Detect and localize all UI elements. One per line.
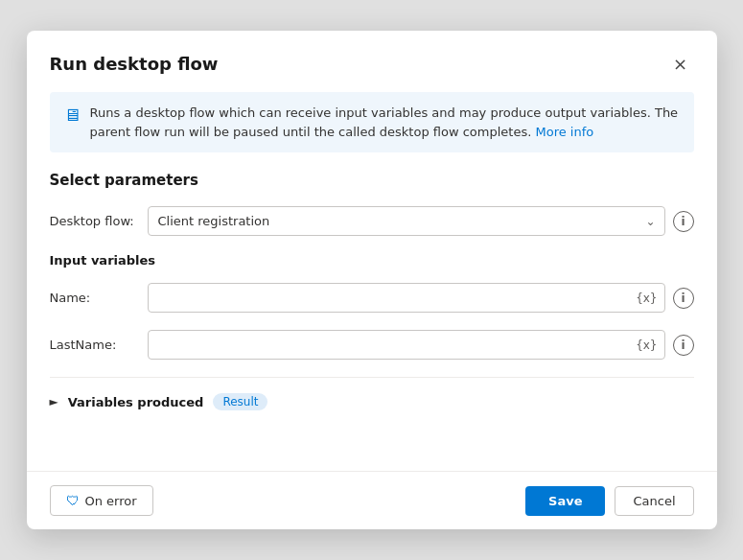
run-desktop-flow-dialog: Run desktop flow × 🖥 Runs a desktop flow… [27,31,717,529]
info-banner: 🖥 Runs a desktop flow which can receive … [50,92,694,152]
input-variables-label: Input variables [50,253,694,268]
close-button[interactable]: × [667,50,694,77]
dialog-body: Select parameters Desktop flow: Client r… [27,152,717,471]
footer-right: Save Cancel [525,486,693,516]
name-input-wrapper: {x} [148,283,665,313]
section-title: Select parameters [50,172,694,189]
name-label: Name: [50,291,136,305]
desktop-flow-control-wrapper: Client registration ⌄ i [148,206,694,236]
lastname-info-button[interactable]: i [673,335,694,356]
lastname-label: LastName: [50,338,136,352]
shield-icon: 🛡 [66,493,80,508]
cancel-button[interactable]: Cancel [615,486,693,516]
on-error-button[interactable]: 🛡 On error [50,485,153,516]
banner-text: Runs a desktop flow which can receive in… [90,104,681,141]
dialog-title: Run desktop flow [50,54,219,74]
save-button[interactable]: Save [525,486,605,516]
dialog-footer: 🛡 On error Save Cancel [27,471,717,529]
lastname-input-wrapper: {x} [148,330,665,360]
desktop-flow-label: Desktop flow: [50,214,136,228]
desktop-flow-row: Desktop flow: Client registration ⌄ i [50,206,694,236]
monitor-icon: 🖥 [63,105,81,125]
lastname-row: LastName: {x} i [50,330,694,360]
variables-produced-label: Variables produced [68,395,204,409]
dialog-header: Run desktop flow × [27,31,717,92]
name-row: Name: {x} i [50,283,694,313]
more-info-link[interactable]: More info [535,125,593,139]
lastname-input[interactable] [148,330,665,360]
desktop-flow-select-wrapper: Client registration ⌄ [148,206,665,236]
name-control-wrapper: {x} i [148,283,694,313]
result-badge: Result [213,393,267,410]
name-input[interactable] [148,283,665,313]
lastname-control-wrapper: {x} i [148,330,694,360]
variables-produced-row: ► Variables produced Result [50,377,694,410]
expand-icon[interactable]: ► [50,395,58,408]
desktop-flow-select[interactable]: Client registration [148,206,665,236]
name-info-button[interactable]: i [673,288,694,309]
desktop-flow-info-button[interactable]: i [673,211,694,232]
